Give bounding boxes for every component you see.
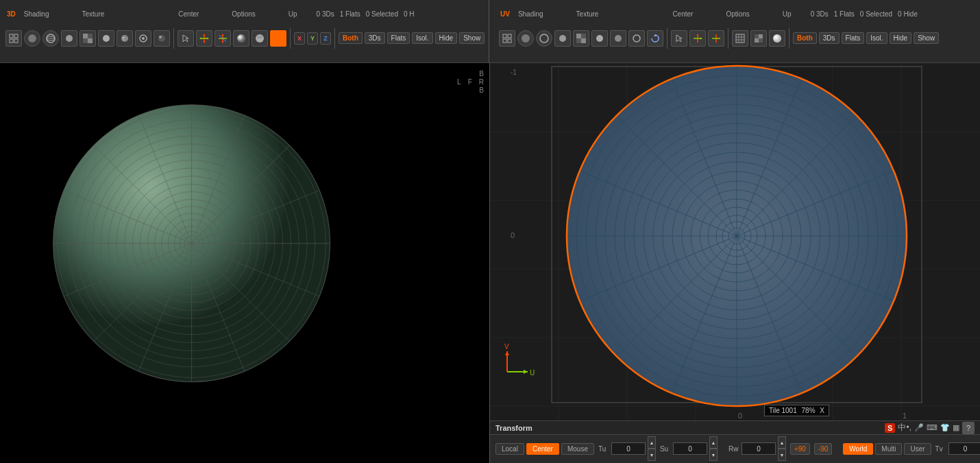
both-btn-left[interactable]: Both [339, 32, 363, 44]
rw-label: Rw [728, 445, 739, 453]
round-active-btn[interactable] [270, 30, 286, 47]
tv-input[interactable] [948, 442, 980, 455]
toolbar-left-row1: 3D Shading Texture Center Options Up 0 3… [3, 8, 489, 21]
grid2-icon: ▦ [953, 423, 959, 432]
left-toolbar: 3D Shading Texture Center Options Up 0 3… [3, 0, 489, 63]
right-toolbar: UV Shading Texture Center Options Up 0 3… [491, 0, 977, 63]
svg-point-34 [274, 34, 282, 43]
show-btn-left[interactable]: Show [459, 32, 485, 44]
toolbar-right-row2: Both 3Ds Flats Isol. Hide Show [496, 21, 977, 56]
z-axis-btn[interactable]: Z [320, 32, 331, 45]
tu-input[interactable] [611, 442, 646, 455]
su-down-btn[interactable]: ▼ [709, 449, 718, 461]
flats-btn-right[interactable]: Flats [842, 32, 865, 44]
uv-move-btn[interactable] [689, 30, 706, 47]
mic-icon: 🎤 [914, 423, 924, 432]
toolbar-left-row2: T [3, 21, 489, 56]
uv-light-sphere-btn[interactable] [769, 30, 785, 47]
center-btn[interactable]: Center [526, 443, 559, 455]
light-sphere-btn[interactable] [233, 30, 249, 47]
3ds-btn-right[interactable]: 3Ds [819, 32, 840, 44]
uv-refresh-btn[interactable] [647, 30, 663, 47]
tu-up-btn[interactable]: ▲ [648, 436, 656, 449]
tu-down-btn[interactable]: ▼ [648, 449, 656, 461]
viewport-uv[interactable]: -1 [490, 63, 980, 463]
uv-flat-btn[interactable] [554, 30, 571, 47]
move-btn[interactable] [196, 30, 212, 47]
svg-text:0: 0 [738, 412, 742, 420]
svg-rect-43 [576, 34, 581, 38]
uv-num-1: -1 [511, 69, 517, 76]
multi-btn[interactable]: Multi [875, 443, 902, 455]
svg-point-5 [28, 34, 36, 43]
show-btn-right[interactable]: Show [914, 32, 939, 44]
uv-light-btn[interactable] [628, 30, 645, 47]
isol-btn-left[interactable]: Isol. [412, 32, 432, 44]
rw-input[interactable] [742, 442, 776, 455]
corner-r-label: R [479, 78, 484, 86]
su-up-btn[interactable]: ▲ [709, 436, 718, 449]
s-logo: S [885, 423, 895, 433]
mouse-btn[interactable]: Mouse [561, 443, 594, 455]
options-label: Options [232, 10, 255, 18]
light-btn[interactable] [135, 30, 151, 47]
uv-mat-btn[interactable] [591, 30, 608, 47]
corner-bottom-label: B [479, 86, 484, 94]
both-btn-right[interactable]: Both [793, 32, 817, 44]
uv-tex-btn[interactable] [610, 30, 626, 47]
uv-tile-btn[interactable] [750, 30, 767, 47]
svg-text:V: V [504, 343, 509, 351]
tv-label: Tv [935, 445, 946, 453]
svg-rect-55 [736, 34, 744, 43]
bottom-row2: Local Center Mouse Tu ▲ ▼ Su [490, 435, 980, 462]
uv-grid-btn[interactable] [732, 30, 748, 47]
uv-view-2d-btn[interactable] [499, 30, 515, 47]
rot-pos90-btn[interactable]: +90 [790, 443, 810, 455]
svg-point-45 [596, 35, 603, 42]
world-btn[interactable]: World [843, 443, 873, 455]
rw-up-btn[interactable]: ▲ [778, 436, 786, 449]
3ds-btn-left[interactable]: 3Ds [365, 32, 385, 44]
svg-point-39 [522, 34, 530, 43]
bg-btn[interactable] [154, 30, 170, 47]
zoom-label: 78% [802, 407, 816, 414]
svg-point-9 [66, 35, 73, 42]
user-btn[interactable]: User [904, 443, 931, 455]
uv-wire-btn[interactable] [536, 30, 552, 47]
uv-transform-btn[interactable] [708, 30, 724, 47]
svg-rect-38 [508, 39, 511, 43]
select-btn[interactable] [177, 30, 194, 47]
rw-down-btn[interactable]: ▼ [778, 449, 786, 461]
flat-shade-btn[interactable] [252, 30, 268, 47]
uv-sphere-btn[interactable] [517, 30, 534, 47]
x-axis-btn[interactable]: X [294, 32, 305, 45]
wire-sphere-btn[interactable] [42, 30, 59, 47]
view-2d-btn[interactable] [5, 30, 22, 47]
local-btn[interactable]: Local [495, 443, 524, 455]
texture-btn[interactable]: T [117, 30, 133, 47]
su-input[interactable] [673, 442, 707, 455]
hide-btn-left[interactable]: Hide [435, 32, 458, 44]
viewport-3d[interactable]: B L F R B [0, 63, 490, 463]
transform-btn[interactable] [215, 30, 231, 47]
svg-point-18 [142, 37, 145, 40]
svg-rect-12 [88, 38, 93, 43]
checker-btn[interactable] [79, 30, 96, 47]
flat-btn[interactable] [61, 30, 77, 47]
uv-h-label: 0 Hide [898, 10, 918, 18]
y-axis-btn[interactable]: Y [307, 32, 318, 45]
flats-btn-left[interactable]: Flats [387, 32, 411, 44]
uv-texture-label: Texture [576, 10, 599, 18]
svg-rect-36 [508, 34, 511, 38]
hide-btn-right[interactable]: Hide [890, 32, 912, 44]
isol-btn-right[interactable]: Isol. [866, 32, 887, 44]
stats2-label: 1 Flats [340, 10, 360, 18]
uv-select-btn[interactable] [671, 30, 687, 47]
uv-checker-btn[interactable] [573, 30, 589, 47]
shading-sphere-btn[interactable] [24, 30, 40, 47]
question-btn[interactable]: ? [962, 422, 975, 434]
svg-rect-3 [14, 39, 18, 43]
material-btn[interactable] [98, 30, 114, 47]
rot-neg90-btn[interactable]: -90 [814, 443, 832, 455]
uv-stats1-label: 0 3Ds [811, 10, 829, 18]
